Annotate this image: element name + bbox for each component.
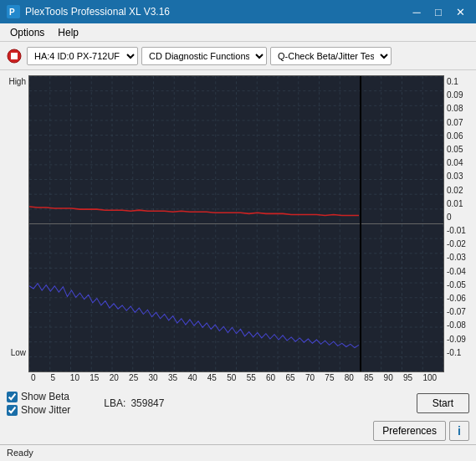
function-select[interactable]: CD Diagnostic Functions xyxy=(141,47,267,65)
x-label-35: 35 xyxy=(168,373,187,382)
y-right-0.07: 0.07 xyxy=(447,118,471,127)
x-label-100: 100 xyxy=(422,373,442,382)
app-title: PlexTools Professional XL V3.16 xyxy=(25,6,170,18)
y-right-0.09: 0.09 xyxy=(447,90,471,100)
help-menu[interactable]: Help xyxy=(51,25,85,40)
main-area: High Low xyxy=(0,70,476,386)
toolbar-stop-button[interactable] xyxy=(5,47,23,65)
svg-text:P: P xyxy=(9,8,15,17)
menu-bar: Options Help xyxy=(0,23,476,42)
lba-value: 359847 xyxy=(131,397,164,409)
device-select[interactable]: HA:4 ID:0 PX-712UF xyxy=(27,47,138,65)
y-right-0.1: 0.1 xyxy=(447,77,471,86)
x-label-95: 95 xyxy=(403,373,422,382)
x-label-50: 50 xyxy=(227,373,246,382)
show-jitter-label: Show Jitter xyxy=(21,404,70,416)
test-select[interactable]: Q-Check Beta/Jitter Test xyxy=(270,47,392,65)
app-icon: P xyxy=(7,5,20,18)
y-right-0.04: 0.04 xyxy=(447,158,471,167)
lba-section: LBA: 359847 xyxy=(104,397,164,409)
x-label-85: 85 xyxy=(364,373,383,382)
y-right-neg0.1: -0.1 xyxy=(447,348,471,357)
status-bar: Ready xyxy=(0,444,476,460)
y-right-neg0.07: -0.07 xyxy=(447,307,471,316)
y-right-neg0.09: -0.09 xyxy=(447,335,471,344)
show-jitter-checkbox[interactable] xyxy=(7,405,18,416)
x-label-25: 25 xyxy=(129,373,148,382)
close-button[interactable]: ✕ xyxy=(451,4,469,19)
title-bar-left: P PlexTools Professional XL V3.16 xyxy=(7,5,170,18)
y-right-neg0.01: -0.01 xyxy=(447,226,471,235)
title-bar: P PlexTools Professional XL V3.16 ─ □ ✕ xyxy=(0,0,476,23)
y-right-0.08: 0.08 xyxy=(447,104,471,113)
x-label-65: 65 xyxy=(285,373,305,382)
show-beta-checkbox[interactable] xyxy=(7,392,18,402)
show-beta-label: Show Beta xyxy=(21,391,69,402)
title-controls: ─ □ ✕ xyxy=(407,4,469,19)
y-right-neg0.06: -0.06 xyxy=(447,294,471,303)
x-label-75: 75 xyxy=(325,373,344,382)
x-label-10: 10 xyxy=(70,373,90,382)
start-button[interactable]: Start xyxy=(417,393,469,413)
y-right-0.05: 0.05 xyxy=(447,145,471,154)
y-right-0.01: 0.01 xyxy=(447,199,471,208)
y-axis-left: High Low xyxy=(5,75,28,372)
y-right-neg0.08: -0.08 xyxy=(447,320,471,330)
y-right-0.06: 0.06 xyxy=(447,131,471,141)
chart-area xyxy=(28,75,444,372)
bottom-buttons-row: Preferences i xyxy=(7,421,469,441)
y-right-neg0.02: -0.02 xyxy=(447,239,471,248)
x-label-45: 45 xyxy=(207,373,227,382)
show-jitter-row: Show Jitter xyxy=(7,404,70,416)
bottom-panel: Show Beta Show Jitter LBA: 359847 Start … xyxy=(0,386,476,444)
lba-label: LBA: xyxy=(104,397,125,409)
y-right-0: 0 xyxy=(447,213,471,222)
show-beta-row: Show Beta xyxy=(7,391,70,402)
toolbar: HA:4 ID:0 PX-712UF CD Diagnostic Functio… xyxy=(0,42,476,70)
x-label-20: 20 xyxy=(110,373,129,382)
y-right-neg0.03: -0.03 xyxy=(447,253,471,262)
y-right-neg0.05: -0.05 xyxy=(447,280,471,289)
checkboxes: Show Beta Show Jitter xyxy=(7,391,70,416)
x-label-60: 60 xyxy=(266,373,285,382)
x-label-5: 5 xyxy=(50,373,69,382)
info-button[interactable]: i xyxy=(449,421,469,441)
x-label-30: 30 xyxy=(149,373,168,382)
pref-info-buttons: Preferences i xyxy=(373,421,469,441)
status-text: Ready xyxy=(7,448,33,458)
maximize-button[interactable]: □ xyxy=(429,4,448,19)
bottom-row: Show Beta Show Jitter LBA: 359847 Start xyxy=(7,391,469,416)
x-label-70: 70 xyxy=(305,373,325,382)
x-axis: 0 5 10 15 20 25 30 35 40 45 50 55 60 65 … xyxy=(5,373,471,382)
x-label-90: 90 xyxy=(384,373,403,382)
x-label-80: 80 xyxy=(345,373,364,382)
y-right-neg0.04: -0.04 xyxy=(447,267,471,276)
x-label-55: 55 xyxy=(247,373,266,382)
x-label-0: 0 xyxy=(31,373,50,382)
x-label-15: 15 xyxy=(90,373,109,382)
chart-svg xyxy=(29,76,443,371)
minimize-button[interactable]: ─ xyxy=(407,4,426,19)
svg-rect-3 xyxy=(11,53,18,59)
x-label-40: 40 xyxy=(187,373,207,382)
chart-wrapper: High Low xyxy=(5,75,471,372)
bottom-left: Show Beta Show Jitter LBA: 359847 xyxy=(7,391,164,416)
y-left-top: High xyxy=(5,77,26,86)
y-right-0.03: 0.03 xyxy=(447,172,471,181)
options-menu[interactable]: Options xyxy=(3,25,51,40)
preferences-button[interactable]: Preferences xyxy=(373,421,446,441)
start-button-container: Start xyxy=(417,393,469,413)
y-left-bottom: Low xyxy=(5,348,26,357)
y-axis-right: 0.1 0.09 0.08 0.07 0.06 0.05 0.04 0.03 0… xyxy=(444,75,471,372)
y-right-0.02: 0.02 xyxy=(447,186,471,195)
